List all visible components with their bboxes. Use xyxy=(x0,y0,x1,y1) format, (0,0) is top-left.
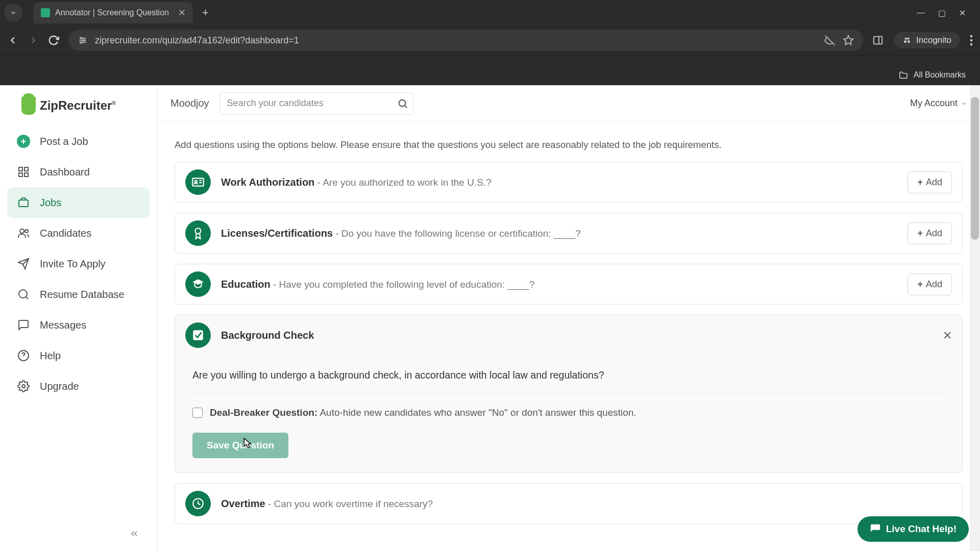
url-box[interactable]: ziprecruiter.com/quiz/ad47a162/edit?dash… xyxy=(68,30,863,51)
svg-point-13 xyxy=(970,39,973,42)
visibility-off-icon[interactable] xyxy=(824,35,836,46)
question-card-background-check: Background Check × Are you willing to un… xyxy=(175,315,963,473)
svg-point-4 xyxy=(83,39,85,41)
search-icon xyxy=(16,287,31,302)
chat-label: Live Chat Help! xyxy=(886,523,957,535)
browser-chrome: Annotator | Screening Question ✕ + — ▢ ✕… xyxy=(0,0,980,65)
close-button[interactable]: × xyxy=(943,327,952,344)
svg-rect-19 xyxy=(19,200,28,207)
svg-marker-7 xyxy=(844,36,853,44)
search-button[interactable] xyxy=(397,98,408,109)
id-card-icon xyxy=(185,169,211,195)
svg-rect-31 xyxy=(192,178,204,186)
tab-title: Annotator | Screening Question xyxy=(55,8,169,17)
tab-close-button[interactable]: ✕ xyxy=(178,7,186,18)
incognito-icon xyxy=(902,35,912,45)
all-bookmarks-link[interactable]: All Bookmarks xyxy=(914,70,966,80)
bookmark-star-icon[interactable] xyxy=(843,35,854,46)
scrollbar-thumb[interactable] xyxy=(971,97,979,240)
menu-button[interactable] xyxy=(970,35,973,46)
sidebar-item-upgrade[interactable]: Upgrade xyxy=(7,371,150,402)
save-question-button[interactable]: Save Question xyxy=(192,433,288,458)
question-subtitle: - Are you authorized to work in the U.S.… xyxy=(314,177,491,188)
question-title: Education xyxy=(221,279,271,290)
app-root: ZipRecruiter® + Post a Job Dashboard Job… xyxy=(0,85,980,551)
sidebar-item-label: Help xyxy=(40,350,61,362)
side-panel-icon[interactable] xyxy=(872,35,884,46)
svg-point-11 xyxy=(908,40,910,43)
question-subtitle: - Do you have the following license or c… xyxy=(333,228,581,239)
check-square-icon xyxy=(185,322,211,348)
my-account-menu[interactable]: My Account xyxy=(910,98,967,109)
svg-rect-8 xyxy=(874,37,883,44)
sidebar-item-jobs[interactable]: Jobs xyxy=(7,187,150,218)
question-title: Work Authorization xyxy=(221,177,314,188)
sidebar-item-post-job[interactable]: + Post a Job xyxy=(7,126,150,157)
question-title: Licenses/Certifications xyxy=(221,228,333,239)
address-bar: ziprecruiter.com/quiz/ad47a162/edit?dash… xyxy=(0,26,980,55)
question-subtitle: - Can you work overtime if necessary? xyxy=(265,498,433,509)
question-card-overtime: Overtime - Can you work overtime if nece… xyxy=(175,483,963,524)
sidebar-item-label: Candidates xyxy=(40,228,91,239)
search-input[interactable] xyxy=(219,92,413,115)
my-account-label: My Account xyxy=(910,98,958,109)
svg-point-29 xyxy=(399,99,405,106)
question-title: Overtime xyxy=(221,498,265,509)
account-name[interactable]: Moodjoy xyxy=(170,97,209,109)
svg-point-5 xyxy=(81,42,82,43)
site-settings-icon[interactable] xyxy=(78,35,88,45)
url-text: ziprecruiter.com/quiz/ad47a162/edit?dash… xyxy=(95,35,817,46)
minimize-button[interactable]: — xyxy=(917,8,925,18)
dealbreaker-checkbox[interactable] xyxy=(192,408,203,418)
svg-rect-18 xyxy=(24,173,28,177)
main-panel: Moodjoy My Account Add questions using t… xyxy=(157,85,980,551)
plus-circle-icon: + xyxy=(17,135,30,148)
live-chat-button[interactable]: Live Chat Help! xyxy=(857,516,969,542)
svg-point-28 xyxy=(22,385,25,388)
question-subtitle: - Have you completed the following level… xyxy=(271,279,535,290)
svg-rect-16 xyxy=(24,167,28,171)
sidebar-item-dashboard[interactable]: Dashboard xyxy=(7,157,150,187)
forward-button[interactable] xyxy=(28,35,39,46)
sidebar-item-candidates[interactable]: Candidates xyxy=(7,218,150,248)
sidebar-item-label: Jobs xyxy=(40,197,61,209)
users-icon xyxy=(16,226,31,240)
add-question-button[interactable]: +Add xyxy=(908,171,952,193)
top-bar: Moodjoy My Account xyxy=(157,85,980,122)
sidebar-item-help[interactable]: Help xyxy=(7,340,150,371)
svg-point-14 xyxy=(970,43,973,46)
question-card-work-auth: Work Authorization - Are you authorized … xyxy=(175,162,963,203)
browser-tab[interactable]: Annotator | Screening Question ✕ xyxy=(34,2,193,23)
new-tab-button[interactable]: + xyxy=(202,6,209,19)
svg-point-24 xyxy=(19,290,27,298)
sidebar-item-messages[interactable]: Messages xyxy=(7,310,150,340)
reload-button[interactable] xyxy=(48,35,59,46)
sidebar-item-resume-db[interactable]: Resume Database xyxy=(7,279,150,310)
sidebar-item-label: Messages xyxy=(40,319,86,331)
sidebar-item-label: Upgrade xyxy=(40,381,79,392)
gear-icon xyxy=(16,379,31,393)
add-question-button[interactable]: +Add xyxy=(908,222,952,244)
incognito-indicator[interactable]: Incognito xyxy=(894,32,960,48)
sidebar-item-label: Dashboard xyxy=(40,166,90,178)
collapse-sidebar-button[interactable] xyxy=(119,523,150,544)
close-window-button[interactable]: ✕ xyxy=(959,8,966,18)
dealbreaker-description: Auto-hide new candidates who answer "No"… xyxy=(317,407,636,418)
question-card-licenses: Licenses/Certifications - Do you have th… xyxy=(175,213,963,254)
send-icon xyxy=(16,257,31,271)
tabs-dropdown-button[interactable] xyxy=(4,4,22,22)
award-icon xyxy=(185,220,211,246)
logo-text: ZipRecruiter® xyxy=(40,98,116,113)
incognito-label: Incognito xyxy=(916,35,951,45)
svg-point-12 xyxy=(970,35,973,38)
back-button[interactable] xyxy=(7,35,18,46)
logo[interactable]: ZipRecruiter® xyxy=(7,96,150,126)
maximize-button[interactable]: ▢ xyxy=(938,8,946,18)
logo-icon xyxy=(21,96,36,115)
svg-point-3 xyxy=(81,37,82,39)
sidebar-item-label: Resume Database xyxy=(40,289,125,300)
folder-icon xyxy=(898,71,909,79)
sidebar-item-invite[interactable]: Invite To Apply xyxy=(7,248,150,279)
sidebar-item-label: Invite To Apply xyxy=(40,258,106,270)
add-question-button[interactable]: +Add xyxy=(908,273,952,295)
